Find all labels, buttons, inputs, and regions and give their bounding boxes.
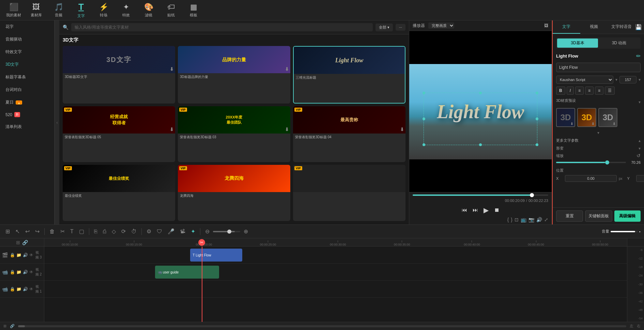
scale-thumb[interactable] (605, 160, 609, 164)
filter-btn[interactable]: 全部 ▾ (375, 23, 393, 31)
tool-transition[interactable]: ⚡ 转场 (93, 2, 114, 19)
template-card-2[interactable]: 品牌的力量 ⬇ 3D标题品牌的力量 (178, 46, 290, 104)
stop-btn[interactable]: ⏹ (493, 206, 501, 215)
tab-tts[interactable]: 文字转语音 (608, 20, 635, 34)
material-preset-3[interactable]: 3D ⬇ (598, 108, 617, 127)
advanced-edit-btn[interactable]: 高级编辑 (614, 210, 641, 222)
track-lock-btn-2[interactable]: 🔒 (10, 270, 15, 274)
sidebar-item-summer[interactable]: 夏日 🔥 (0, 96, 54, 109)
mark-out-btn[interactable]: } (511, 217, 512, 222)
handle-ml[interactable] (423, 117, 425, 120)
bb-link-btn[interactable]: 🔗 (10, 324, 15, 328)
template-card-9[interactable]: VIP (293, 165, 405, 221)
quality-select[interactable]: 完整画质 (428, 22, 454, 29)
template-card-3[interactable]: Light Flow 三维光流标题 (293, 46, 405, 104)
track-volume-btn-3[interactable]: 🔊 (23, 253, 28, 257)
pos-x-input[interactable] (565, 175, 617, 182)
sidebar-item-list[interactable]: 清单列表 (0, 121, 54, 133)
more-options-btn[interactable]: ··· (396, 24, 405, 31)
tl-capture-btn[interactable]: 📽 (178, 227, 187, 236)
material-preset-1[interactable]: 3D ⬇ (556, 108, 575, 127)
track-folder-btn-2[interactable]: 📁 (16, 270, 21, 274)
template-card-4[interactable]: VIP 经营成就联得者 ⬇ 荣誉表彰颁奖3D标题 05 (63, 106, 175, 162)
scale-reset-btn[interactable]: ↺ (637, 153, 641, 158)
template-card-1[interactable]: 3D文字 ⬇ 3D标题3D文字 (63, 46, 175, 104)
align-left-btn[interactable]: ≡ (575, 87, 584, 95)
zoom-slider[interactable] (213, 231, 240, 232)
ai-btn[interactable]: ✏ (636, 53, 641, 59)
tl-cut-btn[interactable]: ✂ (58, 227, 67, 236)
tl-star-btn[interactable]: ✦ (189, 227, 197, 236)
handle-bl[interactable] (423, 143, 425, 146)
track-volume-btn-2[interactable]: 🔊 (23, 270, 28, 274)
keyframe-btn[interactable]: 关键帧面板 (585, 210, 612, 222)
tl-copy-btn[interactable]: ⎘ (92, 227, 99, 236)
tl-settings-btn[interactable]: ⚙ (144, 227, 153, 236)
track-lock-btn-1[interactable]: 🔒 (10, 287, 15, 292)
handle-tm[interactable] (479, 92, 482, 94)
handle-br[interactable] (536, 143, 538, 146)
material-preset-2[interactable]: 3D ⬇ (577, 108, 596, 127)
link-tracks-icon[interactable]: 🔗 (22, 240, 28, 245)
tl-undo-btn[interactable]: ↩ (23, 227, 32, 236)
tl-redo-btn[interactable]: ↪ (33, 227, 42, 236)
text-clip[interactable]: T Light Flow (190, 249, 243, 262)
font-size-input[interactable] (619, 76, 637, 83)
audio-btn[interactable]: 🔊 (536, 217, 542, 222)
subtab-3d-animation[interactable]: 3D 动画 (599, 38, 640, 48)
track-eye-btn-1[interactable]: 👁 (29, 287, 33, 292)
tl-link-btn[interactable]: ◇ (110, 227, 118, 236)
video-clip[interactable]: 📹 user guide (155, 266, 219, 279)
prev-frame-btn[interactable]: ⏮ (460, 206, 469, 215)
timeline-scrollbar[interactable] (18, 325, 626, 327)
sidebar-item-effects-text[interactable]: 特效文字 (0, 46, 54, 58)
progress-bar[interactable] (413, 194, 548, 196)
template-card-5[interactable]: VIP 20XX年度最佳团队 ⬇ 荣誉表彰颁奖3D标题 03 (178, 106, 290, 162)
tab-text[interactable]: 文字 (553, 20, 580, 34)
tl-text-btn[interactable]: T (68, 227, 76, 236)
playhead[interactable]: ✂ (202, 247, 202, 322)
template-card-7[interactable]: VIP 最佳业绩奖 最佳业绩奖 (63, 165, 175, 221)
step-back-btn[interactable]: ⏭ (471, 206, 479, 215)
sidebar-item-520[interactable]: 520 新 (0, 109, 54, 121)
overlay-btn[interactable]: 📺 (521, 217, 526, 222)
fullscreen-btn[interactable]: ⤢ (544, 217, 548, 222)
tl-plus-btn[interactable]: ⊕ (242, 227, 250, 236)
scale-slider[interactable] (556, 162, 626, 163)
tool-filter[interactable]: 🎨 滤镜 (138, 2, 159, 19)
snapshot-btn[interactable]: 📷 (528, 217, 534, 222)
text-content-input[interactable] (556, 63, 641, 72)
pos-y-input[interactable] (636, 175, 644, 182)
track-eye-btn-2[interactable]: 👁 (29, 270, 33, 274)
tl-timer-btn[interactable]: ⏱ (129, 227, 139, 236)
tl-select-btn[interactable]: ↖ (13, 227, 22, 236)
tl-paste-btn[interactable]: ⎙ (101, 227, 108, 236)
track-folder-btn-1[interactable]: 📁 (16, 287, 21, 292)
volume-slider[interactable] (611, 231, 638, 232)
tool-effects[interactable]: ✦ 特效 (116, 2, 136, 19)
add-track-icon[interactable]: ⊞ (16, 240, 20, 245)
track-folder-btn-3[interactable]: 📁 (16, 253, 21, 257)
align-center-btn[interactable]: ≡ (585, 87, 594, 95)
handle-bm[interactable] (479, 143, 482, 146)
search-input[interactable] (71, 23, 373, 31)
font-select[interactable]: Kaushan Script (556, 76, 613, 84)
sidebar-item-couplet[interactable]: 台词对白 (0, 83, 54, 96)
tl-rect-btn[interactable]: ▢ (77, 227, 86, 236)
reset-btn[interactable]: 重置 (556, 210, 583, 222)
tool-audio[interactable]: 🎵 音频 (48, 2, 69, 19)
tl-grid-btn[interactable]: ⊞ (3, 227, 12, 236)
tl-minus-btn[interactable]: ⊖ (203, 227, 212, 236)
align-right-btn[interactable]: ≡ (595, 87, 603, 95)
track-eye-btn-3[interactable]: 👁 (29, 253, 33, 257)
sidebar-item-subtitle[interactable]: 标题字幕条 (0, 71, 54, 83)
sidebar-collapse-btn[interactable]: ‹ (55, 20, 59, 224)
sidebar-item-flower[interactable]: 花字 (0, 20, 54, 33)
tl-loop-btn[interactable]: ⟳ (119, 227, 128, 236)
align-justify-btn[interactable]: ☰ (605, 87, 615, 95)
italic-btn[interactable]: I (567, 87, 574, 95)
tl-shield-btn[interactable]: 🛡 (155, 227, 164, 236)
tl-mic-btn[interactable]: 🎤 (166, 227, 177, 236)
sidebar-item-audio-drive[interactable]: 音频驱动 (0, 33, 54, 46)
track-volume-btn-1[interactable]: 🔊 (23, 287, 28, 292)
